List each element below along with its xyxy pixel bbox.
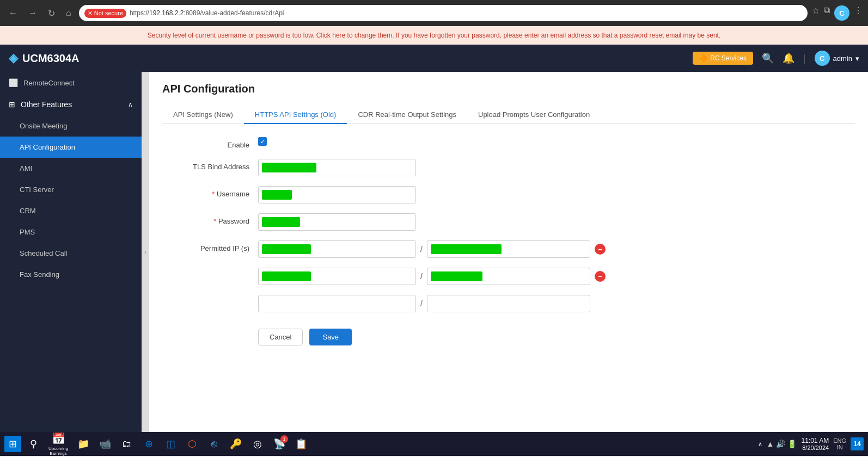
taskbar-notes-button[interactable]: 📋 bbox=[291, 434, 311, 454]
taskbar-network-app-button[interactable]: 📡 1 bbox=[270, 434, 289, 454]
taskbar-store-button[interactable]: ◫ bbox=[161, 434, 180, 454]
browser-menu-icon[interactable]: ⋮ bbox=[854, 5, 863, 21]
forward-button[interactable]: → bbox=[25, 6, 40, 20]
collapse-icon: ‹ bbox=[144, 248, 146, 256]
save-button[interactable]: Save bbox=[309, 329, 352, 345]
bell-icon[interactable]: 🔔 bbox=[783, 52, 794, 64]
user-caret-icon: ▾ bbox=[855, 54, 859, 63]
tls-control bbox=[258, 159, 652, 176]
form-row-username: Username bbox=[162, 186, 652, 203]
rc-services-icon: 🔶 bbox=[699, 54, 707, 62]
permitted-ip-control: / − / bbox=[258, 240, 652, 318]
app-logo-icon: ◈ bbox=[9, 51, 18, 65]
address-bar[interactable]: ✕ Not secure https://192.168.2.2:8089/va… bbox=[79, 5, 808, 21]
extensions-icon[interactable]: ⧉ bbox=[824, 5, 830, 21]
tab-api-settings-new[interactable]: API Settings (New) bbox=[162, 106, 244, 124]
remote-icon: ⎋ bbox=[211, 439, 217, 450]
subnet2-input-wrapper[interactable] bbox=[427, 268, 590, 285]
taskbar-clock[interactable]: 11:01 AM 8/20/2024 bbox=[801, 437, 829, 451]
sidebar-label-ami: AMI bbox=[20, 164, 32, 172]
taskbar-edge-button[interactable]: ⊕ bbox=[139, 434, 158, 454]
sidebar-item-ami[interactable]: AMI bbox=[0, 158, 142, 179]
taskbar-video-button[interactable]: 📹 bbox=[95, 434, 115, 454]
subnet3-input-wrapper[interactable] bbox=[427, 295, 590, 312]
url-prefix: https:// bbox=[130, 9, 149, 17]
taskbar-git-button[interactable]: ⬡ bbox=[182, 434, 202, 454]
username-label: Username bbox=[162, 186, 249, 198]
sidebar-label-fax-sending: Fax Sending bbox=[20, 270, 59, 279]
tls-value-redacted bbox=[262, 163, 316, 172]
sidebar: ⬜ RemoteConnect ⊞ Other Features ∧ Onsit… bbox=[0, 72, 142, 432]
user-info[interactable]: C admin ▾ bbox=[815, 51, 859, 66]
ip2-input-wrapper[interactable] bbox=[258, 268, 416, 285]
taskbar: ⊞ ⚲ 📅 UpcomingEarnings 📁 📹 🗂 ⊕ ◫ ⬡ ⎋ 🔑 ◎… bbox=[0, 432, 868, 456]
enable-control: ✓ bbox=[258, 137, 652, 146]
upcoming-earnings-label: UpcomingEarnings bbox=[48, 446, 68, 456]
security-banner[interactable]: Security level of current username or pa… bbox=[0, 26, 868, 45]
wifi-icon[interactable]: ▲ bbox=[767, 440, 774, 448]
ip-row-1: / − bbox=[258, 240, 606, 258]
sidebar-item-scheduled-call[interactable]: Scheduled Call bbox=[0, 243, 142, 264]
sidebar-item-remote-connect[interactable]: ⬜ RemoteConnect bbox=[0, 72, 142, 94]
back-button[interactable]: ← bbox=[5, 6, 21, 20]
password-input-wrapper[interactable] bbox=[258, 213, 416, 231]
remove-ip1-button[interactable]: − bbox=[595, 244, 606, 255]
ip1-value-redacted bbox=[262, 244, 311, 254]
sidebar-item-fax-sending[interactable]: Fax Sending bbox=[0, 264, 142, 285]
sidebar-item-crm[interactable]: CRM bbox=[0, 200, 142, 221]
sidebar-item-cti-server[interactable]: CTI Server bbox=[0, 179, 142, 200]
store-icon: ◫ bbox=[166, 438, 175, 450]
sidebar-label-cti-server: CTI Server bbox=[20, 186, 54, 194]
tab-upload-prompts[interactable]: Upload Prompts User Configuration bbox=[467, 106, 601, 124]
taskbar-remote-button[interactable]: ⎋ bbox=[204, 434, 224, 454]
sidebar-item-api-configuration[interactable]: API Configuration bbox=[0, 137, 142, 158]
taskbar-chrome-button[interactable]: ◎ bbox=[248, 434, 267, 454]
cancel-button[interactable]: Cancel bbox=[258, 329, 303, 345]
taskbar-upcoming-earnings[interactable]: 📅 UpcomingEarnings bbox=[45, 431, 71, 456]
rc-services-button[interactable]: 🔶 RC Services bbox=[693, 52, 753, 65]
start-button[interactable]: ⊞ bbox=[4, 436, 21, 452]
subnet1-input-wrapper[interactable] bbox=[427, 240, 590, 258]
sidebar-item-other-features[interactable]: ⊞ Other Features ∧ bbox=[0, 94, 142, 115]
chrome-icon: ◎ bbox=[253, 438, 262, 450]
tls-input-wrapper[interactable] bbox=[258, 159, 416, 176]
url-path: :8089/value-added-features/cdrApi bbox=[184, 9, 284, 17]
security-banner-text: Security level of current username or pa… bbox=[148, 32, 721, 39]
key-icon: 🔑 bbox=[230, 438, 242, 450]
ip1-input-wrapper[interactable] bbox=[258, 240, 416, 258]
enable-checkbox[interactable]: ✓ bbox=[258, 137, 267, 146]
volume-icon[interactable]: 🔊 bbox=[776, 440, 785, 448]
sidebar-other-features-label: Other Features bbox=[21, 100, 72, 109]
battery-icon[interactable]: 🔋 bbox=[787, 440, 797, 448]
form-row-permitted-ip: Permitted IP (s) / − bbox=[162, 240, 652, 318]
taskbar-search-button[interactable]: ⚲ bbox=[23, 434, 43, 454]
username-input-wrapper[interactable] bbox=[258, 186, 416, 203]
taskbar-files-button[interactable]: 🗂 bbox=[117, 434, 137, 454]
sidebar-item-onsite-meeting[interactable]: Onsite Meeting bbox=[0, 115, 142, 137]
taskbar-key-button[interactable]: 🔑 bbox=[226, 434, 246, 454]
sidebar-label-crm: CRM bbox=[20, 207, 36, 215]
ip3-input-wrapper[interactable] bbox=[258, 295, 416, 312]
browser-user-avatar[interactable]: C bbox=[834, 5, 849, 21]
notification-badge: 1 bbox=[280, 435, 288, 443]
ip-row-3: / bbox=[258, 295, 590, 312]
sidebar-collapse-handle[interactable]: ‹ bbox=[142, 72, 149, 432]
slash-1: / bbox=[420, 245, 423, 254]
notification-count: 14 bbox=[853, 440, 860, 448]
username-value-redacted bbox=[262, 190, 292, 200]
bookmark-icon[interactable]: ☆ bbox=[812, 5, 820, 21]
reload-button[interactable]: ↻ bbox=[45, 6, 58, 21]
notification-count-badge[interactable]: 14 bbox=[851, 437, 864, 450]
tab-https-api-settings-old[interactable]: HTTPS API Settings (Old) bbox=[244, 106, 347, 124]
not-secure-indicator: ✕ Not secure bbox=[84, 9, 126, 18]
taskbar-chevron-icon[interactable]: ∧ bbox=[758, 441, 762, 448]
remove-ip2-button[interactable]: − bbox=[595, 271, 606, 282]
rc-services-label: RC Services bbox=[710, 54, 747, 62]
home-button[interactable]: ⌂ bbox=[63, 6, 75, 20]
taskbar-explorer-button[interactable]: 📁 bbox=[74, 434, 93, 454]
tab-cdr-realtime[interactable]: CDR Real-time Output Settings bbox=[347, 106, 467, 124]
taskbar-search-icon: ⚲ bbox=[30, 438, 37, 450]
search-icon[interactable]: 🔍 bbox=[762, 52, 774, 64]
browser-chrome: ← → ↻ ⌂ ✕ Not secure https://192.168.2.2… bbox=[0, 0, 868, 26]
sidebar-item-pms[interactable]: PMS bbox=[0, 221, 142, 243]
